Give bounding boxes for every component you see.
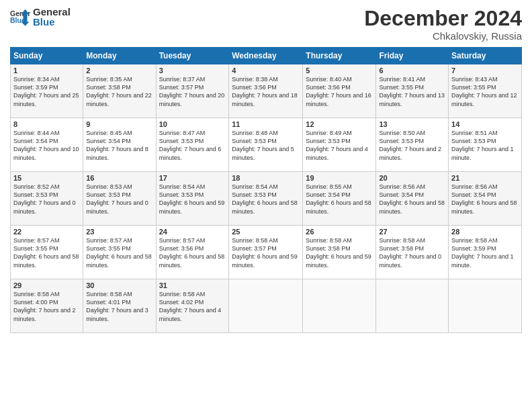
col-sunday: Sunday xyxy=(11,48,83,64)
table-row: 15 Sunrise: 8:52 AMSunset: 3:53 PMDaylig… xyxy=(11,172,83,226)
day-number: 29 xyxy=(13,281,80,289)
day-info: Sunrise: 8:35 AMSunset: 3:58 PMDaylight:… xyxy=(86,76,152,107)
day-info: Sunrise: 8:58 AMSunset: 3:58 PMDaylight:… xyxy=(379,237,441,268)
day-number: 11 xyxy=(232,120,300,128)
day-info: Sunrise: 8:34 AMSunset: 3:59 PMDaylight:… xyxy=(13,76,79,107)
day-info: Sunrise: 8:56 AMSunset: 3:54 PMDaylight:… xyxy=(379,183,445,214)
day-info: Sunrise: 8:57 AMSunset: 3:55 PMDaylight:… xyxy=(86,237,152,268)
day-info: Sunrise: 8:57 AMSunset: 3:55 PMDaylight:… xyxy=(13,237,79,268)
col-tuesday: Tuesday xyxy=(156,48,229,64)
day-number: 22 xyxy=(13,228,80,236)
table-row: 3 Sunrise: 8:37 AMSunset: 3:57 PMDayligh… xyxy=(156,64,229,118)
table-row: 28 Sunrise: 8:58 AMSunset: 3:59 PMDaylig… xyxy=(449,226,522,279)
logo-general: General xyxy=(33,7,71,17)
table-row: 25 Sunrise: 8:58 AMSunset: 3:57 PMDaylig… xyxy=(229,226,303,279)
calendar-header-row: Sunday Monday Tuesday Wednesday Thursday… xyxy=(11,48,522,64)
day-info: Sunrise: 8:50 AMSunset: 3:53 PMDaylight:… xyxy=(379,130,441,161)
table-row: 27 Sunrise: 8:58 AMSunset: 3:58 PMDaylig… xyxy=(376,226,449,279)
calendar: Sunday Monday Tuesday Wednesday Thursday… xyxy=(10,47,522,333)
day-info: Sunrise: 8:49 AMSunset: 3:53 PMDaylight:… xyxy=(306,130,368,161)
table-row: 21 Sunrise: 8:56 AMSunset: 3:54 PMDaylig… xyxy=(449,172,522,226)
day-number: 28 xyxy=(451,228,519,236)
location: Chkalovskiy, Russia xyxy=(364,30,522,42)
table-row: 7 Sunrise: 8:43 AMSunset: 3:55 PMDayligh… xyxy=(449,64,522,118)
table-row: 26 Sunrise: 8:58 AMSunset: 3:58 PMDaylig… xyxy=(303,226,376,279)
table-row: 11 Sunrise: 8:48 AMSunset: 3:53 PMDaylig… xyxy=(229,118,303,172)
day-number: 8 xyxy=(13,120,80,128)
calendar-week-row: 1 Sunrise: 8:34 AMSunset: 3:59 PMDayligh… xyxy=(11,64,522,118)
day-number: 14 xyxy=(451,120,519,128)
page: General Blue General Blue December 2024 … xyxy=(0,0,532,411)
day-info: Sunrise: 8:54 AMSunset: 3:53 PMDaylight:… xyxy=(232,183,298,214)
table-row xyxy=(449,279,522,333)
table-row: 5 Sunrise: 8:40 AMSunset: 3:56 PMDayligh… xyxy=(303,64,376,118)
calendar-week-row: 22 Sunrise: 8:57 AMSunset: 3:55 PMDaylig… xyxy=(11,226,522,279)
table-row: 8 Sunrise: 8:44 AMSunset: 3:54 PMDayligh… xyxy=(11,118,83,172)
day-info: Sunrise: 8:51 AMSunset: 3:53 PMDaylight:… xyxy=(451,130,514,161)
day-number: 4 xyxy=(232,66,300,75)
table-row: 23 Sunrise: 8:57 AMSunset: 3:55 PMDaylig… xyxy=(83,226,156,279)
day-number: 2 xyxy=(86,66,152,75)
day-number: 12 xyxy=(306,120,373,128)
table-row: 20 Sunrise: 8:56 AMSunset: 3:54 PMDaylig… xyxy=(376,172,449,226)
day-info: Sunrise: 8:58 AMSunset: 3:59 PMDaylight:… xyxy=(451,237,514,268)
day-info: Sunrise: 8:40 AMSunset: 3:56 PMDaylight:… xyxy=(306,76,371,107)
day-number: 13 xyxy=(379,120,445,128)
table-row: 9 Sunrise: 8:45 AMSunset: 3:54 PMDayligh… xyxy=(83,118,156,172)
table-row: 19 Sunrise: 8:55 AMSunset: 3:54 PMDaylig… xyxy=(303,172,376,226)
day-info: Sunrise: 8:45 AMSunset: 3:54 PMDaylight:… xyxy=(86,130,148,161)
day-number: 16 xyxy=(86,174,152,182)
day-number: 23 xyxy=(86,228,152,236)
day-info: Sunrise: 8:57 AMSunset: 3:56 PMDaylight:… xyxy=(159,237,225,268)
day-number: 10 xyxy=(159,120,226,128)
day-info: Sunrise: 8:58 AMSunset: 4:01 PMDaylight:… xyxy=(86,291,148,322)
col-thursday: Thursday xyxy=(303,48,376,64)
day-number: 27 xyxy=(379,228,445,236)
calendar-week-row: 15 Sunrise: 8:52 AMSunset: 3:53 PMDaylig… xyxy=(11,172,522,226)
day-info: Sunrise: 8:58 AMSunset: 4:02 PMDaylight:… xyxy=(159,291,222,322)
day-info: Sunrise: 8:53 AMSunset: 3:53 PMDaylight:… xyxy=(86,183,148,214)
table-row: 13 Sunrise: 8:50 AMSunset: 3:53 PMDaylig… xyxy=(376,118,449,172)
logo-blue: Blue xyxy=(33,17,71,27)
col-wednesday: Wednesday xyxy=(229,48,303,64)
day-number: 19 xyxy=(306,174,373,182)
table-row xyxy=(229,279,303,333)
day-info: Sunrise: 8:48 AMSunset: 3:53 PMDaylight:… xyxy=(232,130,294,161)
day-info: Sunrise: 8:58 AMSunset: 4:00 PMDaylight:… xyxy=(13,291,76,322)
table-row: 4 Sunrise: 8:38 AMSunset: 3:56 PMDayligh… xyxy=(229,64,303,118)
table-row: 31 Sunrise: 8:58 AMSunset: 4:02 PMDaylig… xyxy=(156,279,229,333)
day-number: 30 xyxy=(86,281,152,289)
day-number: 24 xyxy=(159,228,226,236)
table-row: 16 Sunrise: 8:53 AMSunset: 3:53 PMDaylig… xyxy=(83,172,156,226)
day-number: 5 xyxy=(306,66,373,75)
table-row: 18 Sunrise: 8:54 AMSunset: 3:53 PMDaylig… xyxy=(229,172,303,226)
day-info: Sunrise: 8:37 AMSunset: 3:57 PMDaylight:… xyxy=(159,76,225,107)
day-info: Sunrise: 8:58 AMSunset: 3:57 PMDaylight:… xyxy=(232,237,298,268)
day-number: 6 xyxy=(379,66,445,75)
day-info: Sunrise: 8:52 AMSunset: 3:53 PMDaylight:… xyxy=(13,183,76,214)
col-saturday: Saturday xyxy=(449,48,522,64)
month-title: December 2024 xyxy=(364,7,522,30)
table-row: 29 Sunrise: 8:58 AMSunset: 4:00 PMDaylig… xyxy=(11,279,83,333)
day-number: 26 xyxy=(306,228,373,236)
logo-icon: General Blue xyxy=(10,7,30,27)
table-row: 24 Sunrise: 8:57 AMSunset: 3:56 PMDaylig… xyxy=(156,226,229,279)
table-row: 14 Sunrise: 8:51 AMSunset: 3:53 PMDaylig… xyxy=(449,118,522,172)
day-number: 17 xyxy=(159,174,226,182)
day-info: Sunrise: 8:56 AMSunset: 3:54 PMDaylight:… xyxy=(451,183,517,214)
table-row: 1 Sunrise: 8:34 AMSunset: 3:59 PMDayligh… xyxy=(11,64,83,118)
day-number: 1 xyxy=(13,66,80,75)
table-row: 6 Sunrise: 8:41 AMSunset: 3:55 PMDayligh… xyxy=(376,64,449,118)
day-number: 31 xyxy=(159,281,226,289)
calendar-week-row: 8 Sunrise: 8:44 AMSunset: 3:54 PMDayligh… xyxy=(11,118,522,172)
day-info: Sunrise: 8:44 AMSunset: 3:54 PMDaylight:… xyxy=(13,130,79,161)
table-row: 12 Sunrise: 8:49 AMSunset: 3:53 PMDaylig… xyxy=(303,118,376,172)
day-info: Sunrise: 8:58 AMSunset: 3:58 PMDaylight:… xyxy=(306,237,371,268)
table-row: 17 Sunrise: 8:54 AMSunset: 3:53 PMDaylig… xyxy=(156,172,229,226)
table-row xyxy=(303,279,376,333)
day-number: 3 xyxy=(159,66,226,75)
logo: General Blue General Blue xyxy=(10,7,71,27)
day-number: 15 xyxy=(13,174,80,182)
header: General Blue General Blue December 2024 … xyxy=(10,7,522,42)
day-number: 25 xyxy=(232,228,300,236)
